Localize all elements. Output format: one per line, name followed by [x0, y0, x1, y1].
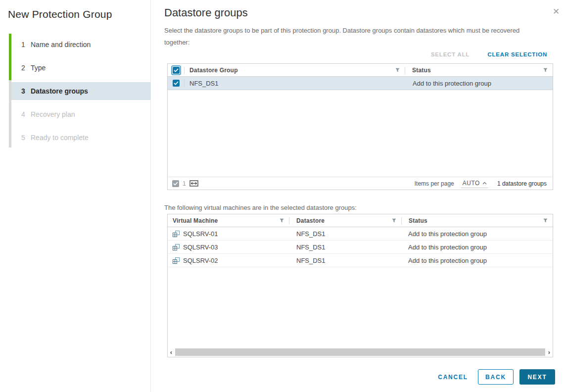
datastore-table-header: Datastore Group Status	[168, 64, 553, 77]
row-checkbox[interactable]	[173, 80, 180, 87]
scrollbar-thumb[interactable]	[175, 348, 545, 356]
items-per-page-value: AUTO	[463, 180, 480, 187]
vm-row: SQLSRV-01 NFS_DS1 Add to this protection…	[168, 227, 553, 241]
step-label: Type	[31, 64, 46, 72]
vm-name: SQLSRV-01	[183, 230, 218, 238]
step-number: 5	[21, 134, 31, 142]
step-number: 3	[21, 87, 31, 95]
step-label: Datastore groups	[31, 87, 88, 95]
virtual-machine-icon	[172, 230, 180, 238]
vm-status: Add to this protection group	[401, 257, 487, 264]
column-header-datastore-group: Datastore Group	[185, 67, 238, 74]
cancel-button[interactable]: CANCEL	[438, 369, 468, 385]
datastore-group-row[interactable]: NFS_DS1 Add to this protection group	[168, 77, 553, 90]
selection-actions: SELECT ALLCLEAR SELECTION	[164, 51, 547, 57]
wizard-sidebar: New Protection Group 1 Name and directio…	[0, 0, 151, 392]
vm-datastore: NFS_DS1	[289, 257, 326, 264]
step-ready-to-complete: 5 Ready to complete	[11, 129, 151, 147]
step-label: Ready to complete	[31, 134, 89, 142]
check-icon	[174, 68, 179, 72]
column-header-status: Status	[405, 67, 431, 74]
scroll-left-arrow[interactable]: ‹	[168, 347, 175, 357]
column-header-virtual-machine: Virtual Machine	[168, 217, 218, 224]
datastore-table-footer: 1 Items per page AUTO 1 datastore groups	[168, 177, 553, 190]
close-icon[interactable]: ✕	[550, 6, 562, 18]
chevron-up-icon	[482, 182, 487, 185]
datastore-group-name: NFS_DS1	[185, 80, 219, 87]
scroll-right-arrow[interactable]: ›	[546, 347, 553, 357]
select-all-checkbox-ring	[171, 65, 181, 75]
datastore-group-table: Datastore Group Status NFS_DS1	[167, 63, 553, 190]
selected-count-checkbox-icon	[172, 180, 179, 187]
vm-table-header: Virtual Machine Datastore Status	[168, 214, 553, 227]
next-button[interactable]: NEXT	[519, 369, 555, 385]
column-header-datastore: Datastore	[289, 217, 325, 224]
wizard-main-panel: ✕ Datastore groups Select the datastore …	[151, 0, 563, 392]
wizard-title: New Protection Group	[8, 8, 112, 20]
vm-name: SQLSRV-02	[183, 257, 218, 264]
page-title: Datastore groups	[164, 6, 248, 19]
back-button[interactable]: BACK	[478, 369, 514, 385]
vm-table-empty-area	[168, 267, 553, 347]
check-icon	[173, 182, 178, 186]
fit-columns-icon[interactable]	[189, 180, 198, 187]
items-per-page-select[interactable]: AUTO	[461, 179, 488, 188]
filter-icon[interactable]	[395, 67, 405, 73]
step-label: Name and direction	[31, 41, 91, 49]
clear-selection-button[interactable]: CLEAR SELECTION	[487, 51, 547, 57]
step-label: Recovery plan	[31, 110, 75, 118]
vm-name: SQLSRV-03	[183, 244, 218, 251]
vm-datastore: NFS_DS1	[289, 244, 326, 251]
vm-table: Virtual Machine Datastore Status	[167, 214, 553, 357]
step-recovery-plan: 4 Recovery plan	[11, 105, 151, 123]
step-name-and-direction[interactable]: 1 Name and direction	[11, 36, 151, 53]
vm-datastore: NFS_DS1	[289, 230, 326, 238]
vm-row: SQLSRV-03 NFS_DS1 Add to this protection…	[168, 241, 553, 254]
virtual-machine-icon	[172, 244, 180, 251]
vm-status: Add to this protection group	[401, 244, 487, 251]
select-all-button[interactable]: SELECT ALL	[431, 51, 470, 57]
step-datastore-groups[interactable]: 3 Datastore groups	[11, 82, 151, 100]
filter-icon[interactable]	[543, 218, 553, 223]
selected-count: 1	[183, 180, 186, 187]
virtual-machine-icon	[172, 257, 180, 264]
step-type[interactable]: 2 Type	[11, 59, 151, 77]
datastore-table-empty-area	[168, 90, 553, 177]
horizontal-scrollbar: ‹ ›	[168, 347, 553, 357]
step-number: 2	[21, 64, 31, 72]
step-number: 4	[21, 110, 31, 118]
check-icon	[174, 81, 179, 85]
vm-section-intro: The following virtual machines are in th…	[164, 204, 357, 211]
total-count-label: 1 datastore groups	[497, 180, 547, 187]
datastore-group-status: Add to this protection group	[405, 80, 491, 87]
page-description: Select the datastore groups to be part o…	[164, 25, 525, 49]
select-all-checkbox[interactable]	[173, 67, 180, 74]
filter-icon[interactable]	[543, 67, 553, 73]
vm-row: SQLSRV-02 NFS_DS1 Add to this protection…	[168, 254, 553, 267]
filter-icon[interactable]	[279, 218, 289, 223]
items-per-page-label: Items per page	[415, 180, 454, 187]
wizard-footer-buttons: CANCEL BACK NEXT	[438, 369, 555, 385]
vm-status: Add to this protection group	[401, 230, 487, 238]
step-number: 1	[21, 41, 31, 49]
column-header-status: Status	[402, 217, 427, 224]
filter-icon[interactable]	[391, 218, 401, 223]
